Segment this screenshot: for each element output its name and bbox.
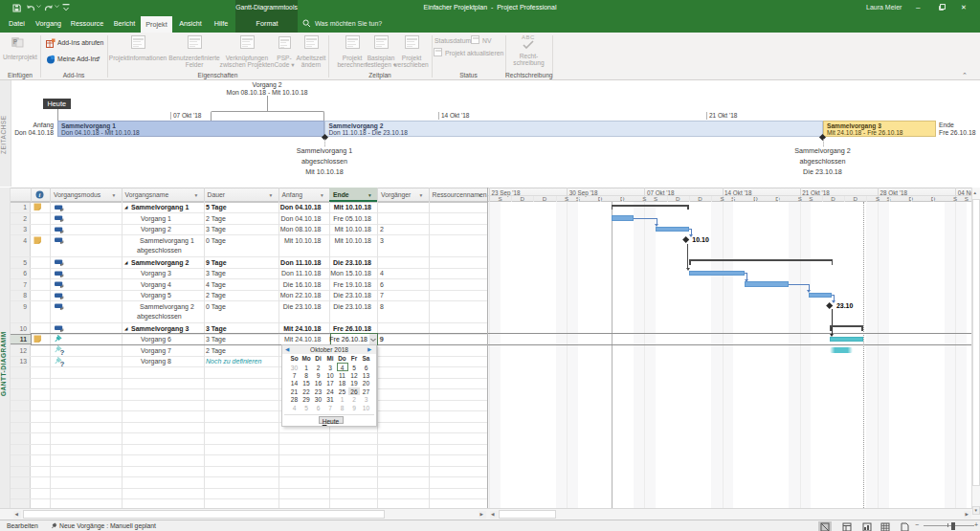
svg-text:P: P (13, 38, 18, 45)
svg-text:?: ? (60, 359, 65, 366)
svg-text:?: ? (60, 348, 65, 356)
svg-text:i: i (39, 191, 41, 198)
